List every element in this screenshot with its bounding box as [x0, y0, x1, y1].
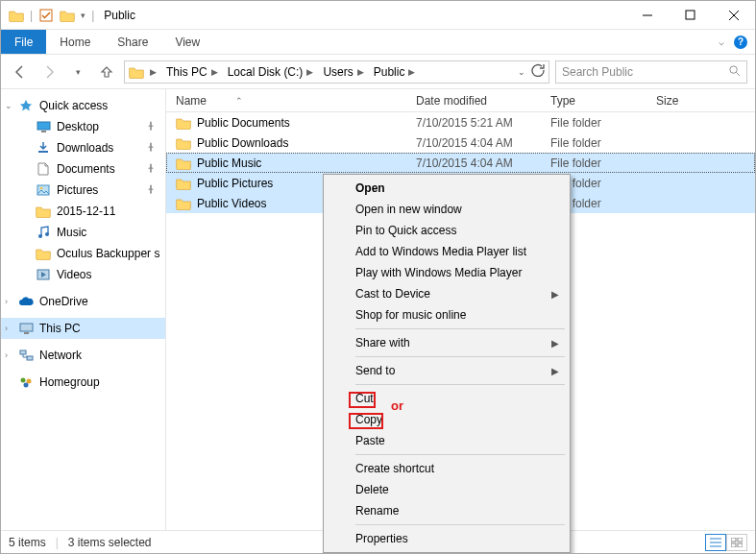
breadcrumb[interactable]: Local Disk (C:)▶ — [224, 65, 318, 79]
expander-icon[interactable]: › — [5, 350, 8, 360]
sidebar-item[interactable]: Pictures — [1, 180, 165, 201]
context-menu-item[interactable]: Open in new window — [327, 199, 567, 220]
refresh-icon[interactable] — [531, 63, 545, 80]
context-menu-item[interactable]: Rename — [327, 500, 567, 521]
properties-icon[interactable] — [38, 8, 54, 23]
chevron-right-icon[interactable]: ▶ — [408, 67, 415, 77]
context-menu-item[interactable]: Play with Windows Media Player — [327, 262, 567, 283]
column-type[interactable]: Type — [541, 94, 646, 108]
sidebar-item-label: This PC — [39, 322, 81, 335]
sidebar-item-label: Desktop — [57, 120, 99, 133]
address-bar: ▾ ▶ This PC▶ Local Disk (C:)▶ Users▶ Pub… — [1, 55, 755, 89]
sidebar-homegroup[interactable]: Homegroup — [1, 372, 165, 393]
column-date[interactable]: Date modified — [406, 94, 541, 108]
tab-home[interactable]: Home — [46, 30, 104, 54]
expander-icon[interactable]: ⌄ — [5, 101, 12, 110]
sidebar-item-label: Homegroup — [39, 375, 100, 389]
folder-icon[interactable] — [60, 8, 75, 23]
file-row[interactable]: Public Downloads7/10/2015 4:04 AMFile fo… — [166, 132, 755, 153]
column-name[interactable]: Name⌃ — [166, 94, 406, 108]
chevron-right-icon[interactable]: ▶ — [357, 67, 364, 77]
context-menu-label: Open in new window — [355, 203, 462, 216]
ribbon-expand-icon[interactable]: ⌵ — [719, 36, 724, 47]
context-menu-label: Create shortcut — [355, 462, 434, 475]
file-name: Public Downloads — [197, 136, 288, 150]
pin-icon — [146, 120, 156, 133]
context-menu-item[interactable]: Share with▶ — [327, 332, 567, 353]
file-date: 7/10/2015 4:04 AM — [406, 136, 541, 150]
file-row[interactable]: Public Music7/10/2015 4:04 AMFile folder — [166, 153, 755, 173]
context-menu-item[interactable]: Paste — [327, 430, 567, 451]
sidebar-item-label: Quick access — [39, 99, 108, 112]
sidebar-network[interactable]: › Network — [1, 345, 165, 366]
context-menu-label: Properties — [355, 532, 408, 545]
context-menu-item[interactable]: Create shortcut — [327, 458, 567, 479]
sidebar-item[interactable]: Oculus Backupper s — [1, 243, 165, 264]
minimize-button[interactable] — [625, 2, 669, 29]
search-input[interactable]: Search Public — [555, 60, 747, 84]
tab-view[interactable]: View — [161, 30, 213, 54]
breadcrumb[interactable]: Public▶ — [370, 65, 420, 79]
annotation-box-cut — [349, 392, 376, 408]
svg-rect-26 — [738, 538, 743, 542]
sidebar-quick-access[interactable]: ⌄ Quick access — [1, 95, 165, 116]
context-menu-label: Pin to Quick access — [355, 224, 456, 237]
chevron-right-icon[interactable]: ▶ — [211, 67, 218, 77]
back-button[interactable] — [9, 60, 32, 84]
sidebar-item[interactable]: 2015-12-11 — [1, 201, 165, 222]
maximize-button[interactable] — [669, 2, 712, 29]
qat-dropdown-icon[interactable]: ▾ — [81, 11, 85, 20]
expander-icon[interactable]: › — [5, 324, 8, 333]
up-button[interactable] — [95, 60, 118, 84]
chevron-right-icon: ▶ — [551, 338, 559, 349]
details-view-button[interactable] — [705, 534, 726, 551]
context-menu-item[interactable]: Pin to Quick access — [327, 220, 567, 241]
folder-icon — [176, 135, 191, 151]
context-menu-item[interactable]: Shop for music online — [327, 304, 567, 325]
sidebar-item[interactable]: Videos — [1, 264, 165, 285]
folder-icon — [129, 64, 144, 80]
sidebar-this-pc[interactable]: › This PC — [1, 318, 165, 339]
ribbon: File Home Share View ⌵ ? — [1, 30, 755, 55]
recent-dropdown-icon[interactable]: ▾ — [66, 60, 89, 84]
tab-share[interactable]: Share — [104, 30, 161, 54]
address-dropdown-icon[interactable]: ⌄ — [518, 67, 525, 77]
context-menu-separator — [355, 454, 565, 455]
column-size[interactable]: Size — [646, 94, 755, 108]
file-name: Public Pictures — [197, 177, 273, 190]
breadcrumb-bar[interactable]: ▶ This PC▶ Local Disk (C:)▶ Users▶ Publi… — [124, 60, 549, 84]
forward-button[interactable] — [37, 60, 61, 84]
thumbnails-view-button[interactable] — [726, 534, 747, 551]
file-row[interactable]: Public Documents7/10/2015 5:21 AMFile fo… — [166, 112, 755, 132]
sidebar-item[interactable]: Documents — [1, 158, 165, 180]
file-type: File folder — [541, 136, 646, 150]
context-menu-item[interactable]: Add to Windows Media Player list — [327, 241, 567, 262]
close-button[interactable] — [712, 2, 755, 29]
context-menu-item[interactable]: Send to▶ — [327, 360, 567, 381]
context-menu-item[interactable]: Delete — [327, 479, 567, 500]
sidebar-item-label: Oculus Backupper s — [57, 247, 159, 260]
search-icon[interactable] — [728, 64, 741, 80]
breadcrumb[interactable]: This PC▶ — [162, 65, 222, 79]
sidebar-onedrive[interactable]: › OneDrive — [1, 291, 165, 312]
context-menu-item[interactable]: Cast to Device▶ — [327, 283, 567, 304]
pin-icon — [146, 141, 156, 155]
breadcrumb[interactable]: Users▶ — [319, 65, 367, 79]
file-name: Public Music — [197, 157, 261, 170]
file-tab[interactable]: File — [1, 30, 46, 54]
expander-icon[interactable]: › — [5, 297, 8, 306]
svg-rect-15 — [20, 324, 33, 331]
context-menu-label: Rename — [355, 504, 399, 518]
help-icon[interactable]: ? — [734, 36, 747, 49]
separator: | — [56, 536, 59, 549]
context-menu-item[interactable]: Open — [327, 178, 567, 199]
sidebar-item[interactable]: Music — [1, 222, 165, 243]
chevron-right-icon[interactable]: ▶ — [306, 67, 313, 77]
context-menu-label: Share with — [355, 336, 410, 349]
file-type: File folder — [541, 116, 646, 130]
context-menu-label: Play with Windows Media Player — [355, 266, 522, 279]
sidebar-item[interactable]: Downloads — [1, 137, 165, 158]
sidebar-item[interactable]: Desktop — [1, 116, 165, 137]
chevron-right-icon[interactable]: ▶ — [150, 67, 157, 77]
context-menu-item[interactable]: Properties — [327, 528, 567, 549]
